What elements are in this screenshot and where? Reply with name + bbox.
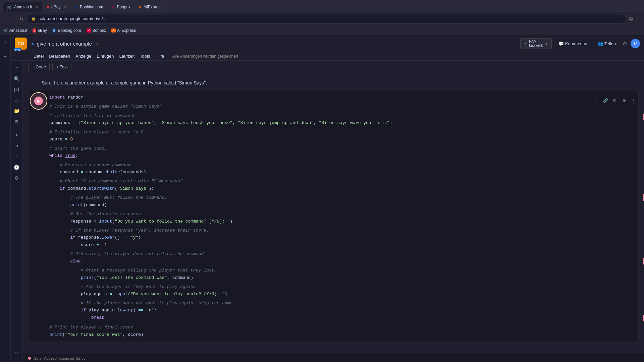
code-line-response: response = input("Do you want to follow … — [49, 218, 634, 225]
text-cell: Sure, here is another example of a simpl… — [28, 79, 639, 87]
tab-close-icon[interactable]: ✕ — [35, 5, 38, 9]
lp-icon-gear2[interactable]: ⚙ — [12, 173, 21, 183]
star-icon[interactable]: ☆ — [95, 41, 100, 46]
lp-icon-gemini[interactable]: ✦ — [12, 130, 21, 140]
lp-icon-snippets[interactable]: ◇ — [12, 96, 21, 105]
cell-action-code[interactable]: ⊞ — [611, 97, 619, 104]
code-line-1: import random — [49, 94, 634, 101]
check-icon: ✓ — [524, 42, 527, 46]
code-line-print1: print(command) — [49, 201, 634, 208]
menu-datei[interactable]: Datei — [31, 53, 46, 60]
lp-icon-arrow[interactable]: ↔ — [12, 347, 21, 357]
code-line-comment6: # Check if the command starts with "Simo… — [49, 178, 634, 185]
bookmark-booking-icon: B — [52, 28, 57, 33]
lp-icon-heart[interactable]: ♡ — [12, 152, 21, 161]
code-line-command: command = random.choice(commands) — [49, 169, 634, 176]
ram-laufwerk-badge[interactable]: ✓ RAMLaufwerk ▼ — [520, 38, 551, 49]
notebook-scroll[interactable]: ↑ ↓ 🔗 ⊞ ⚙ ⋮ Sure, here is another exampl… — [23, 73, 644, 354]
comment-button[interactable]: 💬 Kommentar — [555, 40, 591, 48]
nav-forward-icon[interactable]: → — [11, 16, 17, 22]
aliexpress-favicon: ■ — [139, 5, 142, 9]
tab-bonprix-label: Bonprix — [117, 5, 130, 9]
cell-action-link[interactable]: 🔗 — [602, 97, 609, 104]
nav-back-icon[interactable]: ← — [3, 16, 9, 22]
code-cell: ▶ import random # This is a simple game … — [28, 91, 639, 341]
code-line-break: break — [49, 314, 634, 321]
lp-icon-clock[interactable]: 🕐 — [12, 163, 21, 172]
code-line-score-inc: score += 1 — [49, 241, 634, 248]
menu-einfuegen[interactable]: Einfügen — [94, 53, 116, 60]
menu-laufzeit[interactable]: Laufzeit — [117, 53, 138, 60]
menu-icon[interactable]: ⋮ — [635, 15, 641, 22]
add-code-button[interactable]: + Code — [28, 63, 50, 71]
cell-toolbar: + Code + Text — [23, 61, 644, 73]
scroll-accent-2 — [643, 194, 644, 201]
tab-ebay-label: eBay — [51, 5, 60, 9]
code-line-comment13: # If the player does not want to play ag… — [49, 300, 634, 307]
notebook-main: + Code + Text ↑ ↓ 🔗 ⊞ ⚙ ⋮ — [23, 61, 644, 362]
bookmark-amazon[interactable]: 🛒 Amazon.it — [3, 28, 27, 33]
bookmark-aliexpress-icon: A — [111, 28, 116, 33]
share-button[interactable]: 👥 Teilen — [594, 40, 619, 48]
kw: import — [49, 94, 65, 101]
tab-bonprix[interactable]: ✓ Bonprix — [108, 2, 135, 12]
extensions-icon[interactable]: ⧉ — [629, 16, 633, 22]
nav-reload-icon[interactable]: ↻ — [19, 16, 23, 21]
cell-action-more[interactable]: ⋮ — [630, 97, 637, 104]
code-content[interactable]: import random # This is a simple game ca… — [45, 91, 638, 341]
bookmark-aliexpress[interactable]: A AliExpress — [111, 28, 136, 33]
tab-amazon[interactable]: 🛒 Amazon.it ✕ — [3, 2, 42, 12]
lp-icon-search[interactable]: 🔍 — [12, 74, 21, 83]
cell-action-up[interactable]: ↑ — [583, 97, 590, 104]
lock-icon: 🔒 — [31, 16, 36, 21]
menu-tools[interactable]: Tools — [137, 53, 153, 60]
lp-icon-variables[interactable]: {x} — [12, 85, 21, 94]
share-label: Teilen — [604, 41, 616, 46]
lp-icon-settings[interactable]: ⚙ — [12, 117, 21, 126]
lp-icon-terminal[interactable]: ➜ — [12, 141, 21, 150]
ram-label: RAMLaufwerk — [529, 40, 543, 48]
tab-ebay[interactable]: ■ eBay ✕ — [43, 2, 71, 12]
status-bar: 25 s · Abgeschlossen um 22:36 — [23, 354, 644, 362]
comment-icon: 💬 — [558, 41, 564, 46]
sidebar-icon-plus[interactable]: + — [1, 38, 10, 47]
settings-icon[interactable]: ⚙ — [623, 41, 627, 47]
saved-status: Alle Änderungen wurden gespeichert — [172, 54, 238, 59]
menu-bearbeiten[interactable]: Bearbeiten — [46, 53, 73, 60]
address-bar[interactable]: 🔒 colab.research.google.com/drive/... — [26, 14, 626, 23]
add-text-button[interactable]: + Text — [52, 63, 71, 71]
scroll-accent-4 — [643, 315, 644, 321]
bookmark-booking[interactable]: B Booking.com — [52, 28, 81, 33]
cell-action-settings[interactable]: ⚙ — [621, 97, 628, 104]
code-line-if2: if response.lower() == "y": — [49, 234, 634, 241]
tab-booking[interactable]: ■ Booking.com — [71, 2, 107, 12]
notebook-title[interactable]: give me a other example — [37, 41, 92, 47]
drive-icon: ▲ — [30, 41, 35, 46]
run-button[interactable]: ▶ — [34, 97, 43, 105]
colab-logo: CO PRO — [15, 38, 27, 50]
run-button-highlight[interactable]: ▶ — [30, 92, 47, 110]
left-panel: ≡ 🔍 {x} ◇ 📁 ⚙ ✦ ➜ ♡ 🕐 ⚙ ↔ — [11, 61, 23, 362]
avatar[interactable]: U — [631, 39, 640, 48]
lp-icon-table-of-contents[interactable]: ≡ — [12, 63, 21, 73]
code-line-comment5: # Generate a random command. — [49, 162, 634, 169]
tab-close-icon-2[interactable]: ✕ — [64, 5, 67, 9]
code-line-print-final: print("Your final score was", score) — [49, 331, 634, 338]
code-line-comment2: # Initialize the list of commands. — [49, 112, 634, 119]
sidebar-icon-menu[interactable]: ≡ — [1, 51, 10, 60]
code-line-comment1: # This is a simple game called "Simon Sa… — [49, 103, 634, 110]
code-line-comment10: # Otherwise, the player does not follow … — [49, 250, 634, 257]
tab-aliexpress[interactable]: ■ AliExpress — [135, 2, 166, 12]
menu-hilfe[interactable]: Hilfe — [153, 53, 167, 60]
lp-icon-files[interactable]: 📁 — [12, 106, 21, 116]
cell-action-down[interactable]: ↓ — [592, 97, 600, 104]
status-text: 25 s · Abgeschlossen um 22:36 — [34, 356, 86, 360]
code-line-comment11: # Print a message telling the player tha… — [49, 267, 634, 274]
bookmark-ebay[interactable]: e eBay — [33, 28, 47, 33]
tab-aliexpress-label: AliExpress — [144, 5, 163, 9]
code-line-comment8: # Get the player's response. — [49, 210, 634, 218]
bookmark-bonprix[interactable]: ✓ Bonprix — [87, 28, 106, 33]
code-line-if: if command.startswith("Simon says"): — [49, 185, 634, 192]
menu-anzeige[interactable]: Anzeige — [73, 53, 94, 60]
code-line-else: else: — [49, 258, 634, 265]
